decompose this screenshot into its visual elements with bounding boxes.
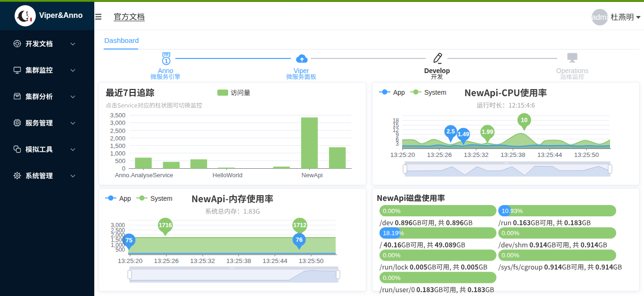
svg-text:75: 75 — [125, 237, 132, 244]
svg-text:1: 1 — [165, 58, 168, 65]
svg-text:0.00%: 0.00% — [502, 252, 520, 259]
svg-text:1716: 1716 — [159, 222, 172, 229]
svg-text:10.93%: 10.93% — [502, 207, 523, 214]
svg-text:76: 76 — [296, 236, 302, 243]
svg-text:1.49: 1.49 — [458, 131, 469, 138]
svg-text:0.00%: 0.00% — [383, 207, 401, 214]
svg-text:0.00%: 0.00% — [383, 274, 401, 281]
svg-text:1.99: 1.99 — [482, 129, 493, 135]
svg-text:0.00%: 0.00% — [502, 230, 520, 237]
svg-text:10: 10 — [521, 117, 528, 123]
svg-text:2.5: 2.5 — [446, 128, 454, 135]
svg-text:18.19%: 18.19% — [383, 230, 404, 237]
svg-text:1712: 1712 — [293, 222, 306, 229]
svg-text:0.00%: 0.00% — [383, 252, 401, 259]
